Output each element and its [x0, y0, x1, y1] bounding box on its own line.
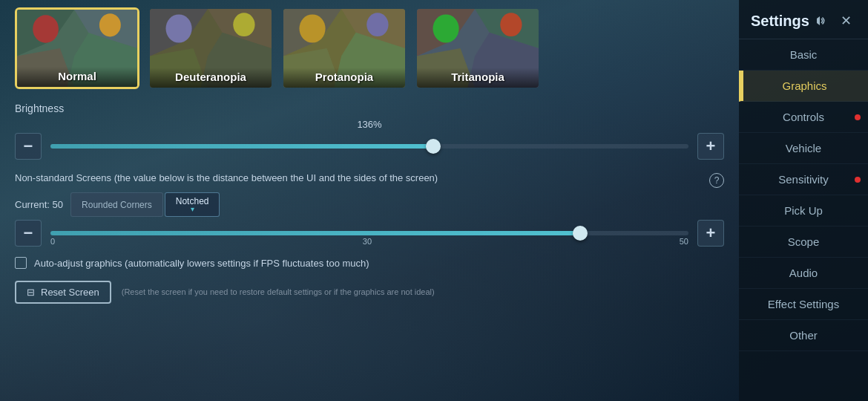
brightness-value: 136% [15, 119, 724, 130]
sidebar-header: Settings ✕ [739, 0, 868, 39]
sidebar-item-sensitivity[interactable]: Sensitivity [739, 164, 868, 195]
nonstandard-current-value: Current: 50 [15, 199, 63, 210]
reset-screen-label: Reset Screen [41, 287, 99, 298]
sidebar-item-audio-label: Audio [789, 267, 818, 279]
color-mode-deuteranopia-label: Deuteranopia [150, 68, 272, 88]
sensitivity-dot [855, 177, 861, 183]
color-modes-row: Normal Deuteranopia [15, 7, 724, 89]
svg-point-12 [165, 14, 191, 42]
sidebar-item-scope-label: Scope [788, 235, 820, 248]
sidebar-item-vehicle-label: Vehicle [786, 142, 821, 154]
nonstandard-help-icon[interactable]: ? [709, 173, 724, 188]
color-mode-normal[interactable]: Normal [15, 7, 139, 89]
color-mode-normal-label: Normal [17, 67, 137, 87]
color-mode-tritanopia-label: Tritanopia [417, 68, 539, 88]
sidebar-item-other[interactable]: Other [739, 320, 868, 351]
sidebar-item-audio[interactable]: Audio [739, 258, 868, 289]
nonstandard-slider-fill [50, 231, 580, 235]
svg-point-5 [33, 15, 59, 42]
color-mode-tritanopia[interactable]: Tritanopia [415, 7, 540, 89]
nonstandard-minus-button[interactable]: − [15, 220, 42, 247]
nonstandard-slider-thumb[interactable] [573, 226, 588, 241]
color-mode-protanopia-label: Protanopia [283, 68, 405, 88]
sidebar-item-graphics-label: Graphics [782, 79, 826, 92]
color-mode-protanopia[interactable]: Protanopia [282, 7, 407, 89]
sidebar-item-effect-settings[interactable]: Effect Settings [739, 289, 868, 320]
brightness-slider-thumb[interactable] [426, 139, 441, 154]
svg-marker-28 [817, 16, 820, 25]
main-content: Normal Deuteranopia [0, 0, 739, 401]
sidebar-item-vehicle[interactable]: Vehicle [739, 133, 868, 164]
reset-hint: (Reset the screen if you need to restore… [122, 287, 435, 297]
svg-point-13 [233, 13, 254, 36]
scale-0: 0 [50, 237, 55, 246]
svg-point-27 [500, 13, 522, 36]
brightness-minus-button[interactable]: − [15, 133, 42, 160]
nonstandard-header: Non-standard Screens (the value below is… [15, 172, 724, 188]
auto-adjust-label: Auto-adjust graphics (automatically lowe… [34, 258, 369, 269]
sidebar-title: Settings [751, 13, 809, 30]
svg-point-20 [366, 13, 388, 36]
rounded-corners-mode-button[interactable]: Rounded Corners [70, 192, 163, 217]
color-mode-deuteranopia[interactable]: Deuteranopia [148, 7, 273, 89]
sidebar: Settings ✕ Basic Graphics Controls Vehic… [739, 0, 868, 401]
sidebar-item-scope[interactable]: Scope [739, 226, 868, 258]
sidebar-item-controls-label: Controls [783, 111, 824, 123]
nonstandard-slider-scale: 0 30 50 [50, 235, 688, 246]
nonstandard-plus-button[interactable]: + [697, 220, 724, 247]
close-button[interactable]: ✕ [835, 10, 856, 31]
brightness-label: Brightness [15, 102, 724, 114]
mode-buttons: Rounded Corners Notched [70, 192, 220, 217]
nonstandard-label: Non-standard Screens (the value below is… [15, 172, 703, 185]
reset-row: ⊟ Reset Screen (Reset the screen if you … [15, 281, 724, 304]
sidebar-item-effect-settings-label: Effect Settings [768, 298, 839, 310]
sidebar-item-basic-label: Basic [790, 48, 818, 61]
nonstandard-slider[interactable]: 0 30 50 [50, 231, 688, 235]
brightness-slider-fill [50, 144, 433, 149]
auto-adjust-row: Auto-adjust graphics (automatically lowe… [15, 257, 724, 269]
auto-adjust-section: Auto-adjust graphics (automatically lowe… [15, 257, 724, 269]
controls-dot [855, 114, 861, 120]
sidebar-item-pickup-label: Pick Up [784, 204, 823, 217]
nonstandard-section: Non-standard Screens (the value below is… [15, 172, 724, 247]
sidebar-item-controls[interactable]: Controls [739, 102, 868, 133]
svg-point-19 [299, 14, 325, 42]
brightness-slider[interactable] [50, 144, 688, 149]
sidebar-item-pickup[interactable]: Pick Up [739, 195, 868, 226]
scale-30: 30 [363, 237, 372, 246]
svg-point-6 [99, 13, 121, 36]
svg-point-26 [433, 14, 458, 42]
sidebar-item-graphics[interactable]: Graphics [739, 71, 868, 102]
brightness-plus-button[interactable]: + [697, 133, 724, 160]
brightness-slider-row: − + [15, 133, 724, 160]
nonstandard-slider-row: − 0 30 50 + [15, 220, 724, 247]
notched-mode-button[interactable]: Notched [165, 192, 220, 217]
auto-adjust-checkbox[interactable] [15, 257, 27, 269]
speaker-icon [812, 13, 827, 28]
brightness-section: Brightness 136% − + [15, 102, 724, 160]
scale-50: 50 [680, 237, 688, 246]
header-area: Settings [751, 13, 827, 30]
sidebar-item-basic[interactable]: Basic [739, 39, 868, 71]
sidebar-item-sensitivity-label: Sensitivity [778, 173, 829, 186]
reset-screen-icon: ⊟ [27, 287, 35, 298]
nonstandard-controls: Current: 50 Rounded Corners Notched [15, 192, 724, 217]
reset-screen-button[interactable]: ⊟ Reset Screen [15, 281, 111, 304]
sidebar-item-other-label: Other [789, 329, 818, 342]
